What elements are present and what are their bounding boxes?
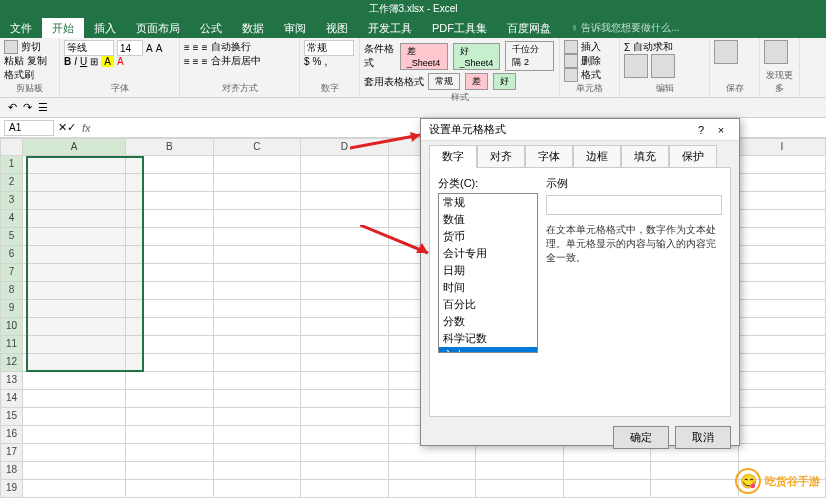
row-header[interactable]: 3 xyxy=(0,192,23,210)
category-item[interactable]: 分数 xyxy=(439,313,537,330)
cell[interactable] xyxy=(301,210,388,228)
cell[interactable] xyxy=(564,480,651,498)
row-header[interactable]: 11 xyxy=(0,336,23,354)
cell[interactable] xyxy=(126,192,213,210)
tab-review[interactable]: 审阅 xyxy=(274,18,316,38)
cell[interactable] xyxy=(301,282,388,300)
cell-style-good-sheet[interactable]: 好_Sheet4 xyxy=(453,43,501,70)
row-header[interactable]: 9 xyxy=(0,300,23,318)
baidu-save-icon[interactable] xyxy=(714,40,738,64)
cell[interactable] xyxy=(23,336,126,354)
category-item[interactable]: 百分比 xyxy=(439,296,537,313)
cell[interactable] xyxy=(739,210,826,228)
cancel-formula-icon[interactable]: ✕ xyxy=(58,121,67,134)
cell[interactable] xyxy=(214,210,301,228)
cut-button[interactable]: 剪切 xyxy=(21,40,41,54)
cell[interactable] xyxy=(476,480,563,498)
cell[interactable] xyxy=(214,264,301,282)
dialog-help-icon[interactable]: ? xyxy=(691,124,711,136)
cell[interactable] xyxy=(214,192,301,210)
cell[interactable] xyxy=(23,444,126,462)
cell[interactable] xyxy=(126,228,213,246)
border-button[interactable]: ⊞ xyxy=(90,56,98,67)
cell[interactable] xyxy=(214,426,301,444)
row-header[interactable]: 4 xyxy=(0,210,23,228)
dialog-tab-align[interactable]: 对齐 xyxy=(477,145,525,168)
tab-formula[interactable]: 公式 xyxy=(190,18,232,38)
dialog-tab-protect[interactable]: 保护 xyxy=(669,145,717,168)
comma-icon[interactable]: , xyxy=(324,56,327,67)
dialog-titlebar[interactable]: 设置单元格格式 ? × xyxy=(421,119,739,141)
cell[interactable] xyxy=(126,408,213,426)
cell[interactable] xyxy=(389,480,476,498)
cell[interactable] xyxy=(214,372,301,390)
align-left-icon[interactable]: ≡ xyxy=(184,56,190,67)
fx-icon[interactable]: fx xyxy=(82,122,91,134)
cell[interactable] xyxy=(389,462,476,480)
align-mid-icon[interactable]: ≡ xyxy=(193,42,199,53)
cell[interactable] xyxy=(126,462,213,480)
cell[interactable] xyxy=(214,444,301,462)
cell[interactable] xyxy=(23,282,126,300)
dialog-tab-border[interactable]: 边框 xyxy=(573,145,621,168)
sort-filter-icon[interactable] xyxy=(624,54,648,78)
cell[interactable] xyxy=(23,264,126,282)
cell[interactable] xyxy=(301,372,388,390)
cell[interactable] xyxy=(301,480,388,498)
cell[interactable] xyxy=(126,264,213,282)
cell[interactable] xyxy=(126,444,213,462)
cell[interactable] xyxy=(126,282,213,300)
cell[interactable] xyxy=(214,246,301,264)
row-header[interactable]: 7 xyxy=(0,264,23,282)
row-header[interactable]: 13 xyxy=(0,372,23,390)
cell[interactable] xyxy=(301,174,388,192)
cell[interactable] xyxy=(214,336,301,354)
row-header[interactable]: 6 xyxy=(0,246,23,264)
name-box[interactable] xyxy=(4,120,54,136)
tab-dev[interactable]: 开发工具 xyxy=(358,18,422,38)
row-header[interactable]: 14 xyxy=(0,390,23,408)
font-size-select[interactable] xyxy=(117,40,143,56)
cell-style-bad[interactable]: 差 xyxy=(465,73,488,90)
cell[interactable] xyxy=(23,156,126,174)
cell[interactable] xyxy=(126,174,213,192)
category-item[interactable]: 文本 xyxy=(439,347,537,353)
confirm-formula-icon[interactable]: ✓ xyxy=(67,121,76,134)
merge-button[interactable]: 合并后居中 xyxy=(211,54,261,68)
category-item[interactable]: 会计专用 xyxy=(439,245,537,262)
dialog-close-icon[interactable]: × xyxy=(711,124,731,136)
cell[interactable] xyxy=(214,354,301,372)
row-header[interactable]: 16 xyxy=(0,426,23,444)
col-header-B[interactable]: B xyxy=(126,138,213,156)
cell-style-thousand[interactable]: 千位分隔 2 xyxy=(505,41,554,71)
cell[interactable] xyxy=(126,390,213,408)
cell[interactable] xyxy=(23,462,126,480)
cell[interactable] xyxy=(214,480,301,498)
number-format-select[interactable] xyxy=(304,40,354,56)
cell[interactable] xyxy=(214,408,301,426)
row-header[interactable]: 18 xyxy=(0,462,23,480)
cell[interactable] xyxy=(301,444,388,462)
cell[interactable] xyxy=(23,318,126,336)
cell[interactable] xyxy=(23,354,126,372)
cell[interactable] xyxy=(301,390,388,408)
row-header[interactable]: 5 xyxy=(0,228,23,246)
cell[interactable] xyxy=(23,174,126,192)
insert-cell-icon[interactable] xyxy=(564,40,578,54)
cell[interactable] xyxy=(23,228,126,246)
col-header-A[interactable]: A xyxy=(23,138,126,156)
table-format-button[interactable]: 套用表格格式 xyxy=(364,75,424,89)
cell[interactable] xyxy=(301,264,388,282)
cell[interactable] xyxy=(739,156,826,174)
undo-icon[interactable]: ↶ xyxy=(8,101,17,114)
copy-button[interactable]: 复制 xyxy=(27,54,47,68)
align-bot-icon[interactable]: ≡ xyxy=(202,42,208,53)
cell[interactable] xyxy=(739,282,826,300)
format-painter-button[interactable]: 格式刷 xyxy=(4,68,34,82)
category-list[interactable]: 常规数值货币会计专用日期时间百分比分数科学记数文本特殊自定义 xyxy=(438,193,538,353)
row-header[interactable]: 8 xyxy=(0,282,23,300)
cell[interactable] xyxy=(301,228,388,246)
cell-style-bad-sheet[interactable]: 差_Sheet4 xyxy=(400,43,448,70)
col-header-I[interactable]: I xyxy=(739,138,826,156)
cell[interactable] xyxy=(301,318,388,336)
